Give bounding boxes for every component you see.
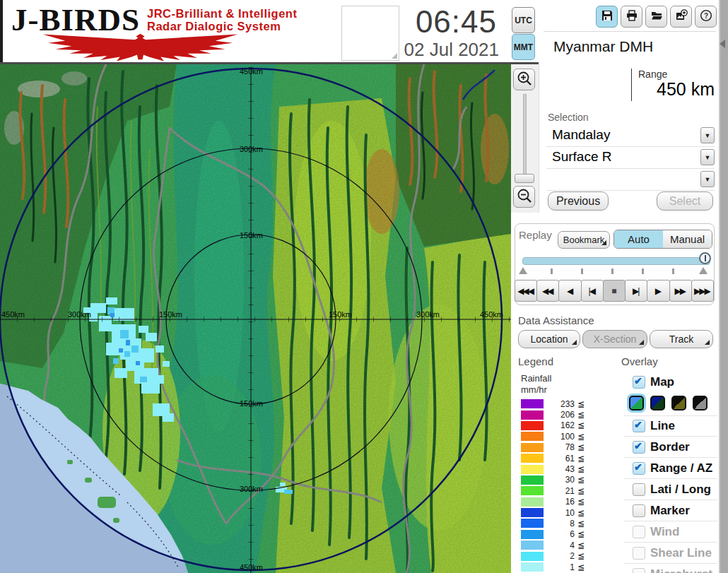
overlay-row-lati-long[interactable]: Lati / Long xyxy=(624,478,717,500)
map-style-swatch[interactable] xyxy=(629,396,644,410)
zoom-out-button[interactable] xyxy=(513,186,535,208)
play-button[interactable]: ▶ xyxy=(647,280,669,302)
legend-row: 8≦ xyxy=(521,518,599,528)
legend-row: 1≦ xyxy=(521,562,599,572)
svg-text:150km: 150km xyxy=(240,399,263,408)
capture-button[interactable] xyxy=(670,6,692,28)
play-reverse-button[interactable]: ◀ xyxy=(558,280,581,302)
range-label: Range xyxy=(638,69,667,80)
legend-row: 21≦ xyxy=(521,485,599,496)
step-forward-button[interactable]: ▶| xyxy=(625,280,647,302)
legend-row: 16≦ xyxy=(521,497,599,507)
checkbox[interactable] xyxy=(633,376,645,389)
svg-text:150km: 150km xyxy=(329,310,352,319)
legend-row: 2≦ xyxy=(521,550,599,561)
overlay-row-range-az[interactable]: Range / AZ xyxy=(624,457,717,478)
panel-scrollbar[interactable] xyxy=(719,0,728,573)
replay-label: Replay xyxy=(519,229,552,241)
replay-slider-track[interactable] xyxy=(522,257,710,265)
save-button[interactable] xyxy=(596,6,618,28)
zoom-in-icon xyxy=(517,71,532,89)
previous-button[interactable]: Previous xyxy=(548,191,609,211)
map-style-swatch[interactable] xyxy=(671,396,686,410)
legend-row: 43≦ xyxy=(521,463,599,474)
jump-to-end-button[interactable]: ▶▶▶ xyxy=(691,280,714,302)
legend-swatch xyxy=(521,399,544,408)
fast-rewind-button[interactable]: ◀◀ xyxy=(536,280,559,302)
select-button[interactable]: Select xyxy=(657,191,713,211)
overlay-row-microburst: Microburst xyxy=(624,563,717,573)
jump-to-start-button[interactable]: ◀◀◀ xyxy=(515,280,537,302)
replay-slider-handle[interactable] xyxy=(699,252,711,264)
manual-mode-button[interactable]: Manual xyxy=(663,230,712,248)
product-dropdown[interactable]: Surface R ▼ xyxy=(546,147,715,169)
save-icon xyxy=(601,9,613,25)
site-dropdown[interactable]: Mandalay ▼ xyxy=(546,125,715,147)
stop-button[interactable]: ■ xyxy=(603,280,626,302)
legend-row: 10≦ xyxy=(521,507,599,518)
svg-text:300km: 300km xyxy=(68,310,91,319)
checkbox[interactable] xyxy=(633,483,645,496)
svg-text:450km: 450km xyxy=(240,67,263,76)
slider-tick xyxy=(581,268,583,274)
chevron-down-icon[interactable]: ▼ xyxy=(700,127,715,143)
legend-row: 78≦ xyxy=(521,442,599,453)
legend-label: Legend xyxy=(518,355,553,367)
data-assistance-label: Data Assistance xyxy=(518,314,594,326)
map-style-swatch[interactable] xyxy=(650,396,665,410)
legend-row: 233≦ xyxy=(521,398,599,409)
slider-tick xyxy=(551,268,553,274)
overlay-row-map[interactable]: Map xyxy=(624,372,717,392)
svg-text:150km: 150km xyxy=(159,310,182,319)
bookmark-button[interactable]: Bookmark xyxy=(558,231,610,249)
zoom-in-button[interactable] xyxy=(513,69,535,90)
zoom-slider-track[interactable] xyxy=(523,94,527,183)
mmt-button[interactable]: MMT xyxy=(512,34,535,60)
svg-text:300km: 300km xyxy=(416,310,440,319)
location-button[interactable]: Location xyxy=(518,330,580,348)
range-value: 450 km xyxy=(617,79,715,100)
overlay-row-line[interactable]: Line xyxy=(624,415,717,436)
slider-start-marker xyxy=(519,267,527,274)
zoom-out-icon xyxy=(517,188,532,206)
track-button[interactable]: Track xyxy=(650,330,713,348)
x-section-button[interactable]: X-Section xyxy=(582,330,647,348)
help-icon: ? xyxy=(700,9,712,25)
open-button[interactable] xyxy=(645,6,667,28)
checkbox[interactable] xyxy=(633,462,645,475)
product-dropdown-value: Surface R xyxy=(552,149,611,165)
fast-forward-button[interactable]: ▶▶ xyxy=(669,280,692,302)
station-name: Myanmar DMH xyxy=(553,38,653,55)
legend-row: 4≦ xyxy=(521,540,599,550)
utc-button[interactable]: UTC xyxy=(512,7,535,33)
help-button[interactable]: ? xyxy=(695,6,717,28)
checkbox[interactable] xyxy=(633,420,645,432)
radar-map[interactable]: 450km 300km 150km 150km 300km 450km 450k… xyxy=(0,64,511,573)
add-image-icon xyxy=(675,9,688,25)
map-style-swatch[interactable] xyxy=(693,396,708,410)
overlay-row-marker[interactable]: Marker xyxy=(624,500,717,521)
legend-row: 206≦ xyxy=(521,409,599,420)
replay-mode-toggle: Auto Manual xyxy=(613,230,712,249)
extra-dropdown[interactable]: ▼ xyxy=(546,169,715,191)
print-button[interactable] xyxy=(621,6,642,28)
checkbox[interactable] xyxy=(633,504,645,517)
legend-row: 61≦ xyxy=(521,453,599,463)
checkbox xyxy=(633,547,645,560)
clock-time: 06:45 xyxy=(338,4,497,40)
radar-map-canvas: 450km 300km 150km 150km 300km 450km 450k… xyxy=(0,64,511,573)
chevron-down-icon[interactable]: ▼ xyxy=(700,149,715,165)
overlay-row-shear-line: Shear Line xyxy=(624,542,717,563)
chevron-down-icon[interactable]: ▼ xyxy=(700,171,715,187)
svg-text:?: ? xyxy=(703,12,708,20)
legend-row: 162≦ xyxy=(521,420,599,431)
collapse-panel-icon[interactable] xyxy=(720,40,725,48)
step-back-button[interactable]: |◀ xyxy=(581,280,604,302)
eagle-logo-icon xyxy=(4,31,276,65)
auto-mode-button[interactable]: Auto xyxy=(614,230,663,248)
legend-title: Rainfall mm/hr xyxy=(521,373,551,396)
overlay-row-border[interactable]: Border xyxy=(624,436,717,457)
legend-scale: 233≦ 206≦ 162≦ 100≦ 78≦ 61≦ 43≦ 30≦ 21≦ … xyxy=(521,398,599,572)
checkbox[interactable] xyxy=(633,441,645,454)
zoom-slider-handle[interactable] xyxy=(515,174,534,183)
